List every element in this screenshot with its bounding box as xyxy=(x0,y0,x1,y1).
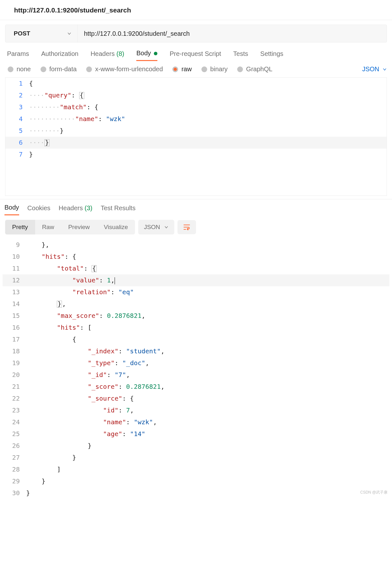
line-number: 22 xyxy=(3,393,26,404)
view-mode-segment: Pretty Raw Preview Visualize xyxy=(5,220,135,234)
line-number: 18 xyxy=(3,345,26,357)
view-pretty[interactable]: Pretty xyxy=(5,220,35,234)
response-tabs: Body Cookies Headers (3) Test Results xyxy=(0,199,392,215)
watermark: CSDN @武子康 xyxy=(360,487,388,498)
body-formdata[interactable]: form-data xyxy=(41,65,77,73)
line-number: 29 xyxy=(3,475,26,487)
chevron-down-icon xyxy=(164,225,169,229)
body-none[interactable]: none xyxy=(8,65,31,73)
radio-icon xyxy=(201,66,207,72)
resp-tab-body[interactable]: Body xyxy=(4,204,19,215)
body-xwww[interactable]: x-www-form-urlencoded xyxy=(86,65,163,73)
text-cursor xyxy=(115,277,115,284)
url-input[interactable]: http://127.0.0.1:9200/student/_search xyxy=(78,25,387,42)
line-number: 15 xyxy=(3,310,26,322)
resp-tab-headers[interactable]: Headers (3) xyxy=(59,204,93,215)
chevron-down-icon xyxy=(382,67,387,72)
response-body-viewer[interactable]: 9 }, 10 "hits": { 11 "total": { 12 "valu… xyxy=(3,239,389,499)
radio-icon xyxy=(86,66,92,72)
line-number: 3 xyxy=(5,101,29,113)
line-number: 19 xyxy=(3,357,26,369)
view-preview[interactable]: Preview xyxy=(61,220,97,234)
line-number: 7 xyxy=(5,149,29,160)
line-number: 16 xyxy=(3,322,26,334)
line-number: 21 xyxy=(3,381,26,393)
wrap-lines-button[interactable] xyxy=(177,220,196,234)
view-visualize[interactable]: Visualize xyxy=(97,220,135,234)
line-number: 23 xyxy=(3,404,26,416)
line-number: 14 xyxy=(3,298,26,310)
tab-authorization[interactable]: Authorization xyxy=(41,50,79,61)
resp-tab-testresults[interactable]: Test Results xyxy=(101,204,135,215)
radio-icon-selected xyxy=(172,66,178,72)
resp-headers-count: (3) xyxy=(85,204,92,211)
body-graphql[interactable]: GraphQL xyxy=(237,65,272,73)
request-bar: POST http://127.0.0.1:9200/student/_sear… xyxy=(5,25,387,42)
line-number: 9 xyxy=(3,239,26,251)
tab-tests[interactable]: Tests xyxy=(233,50,248,61)
line-number: 12 xyxy=(3,274,26,286)
response-view-bar: Pretty Raw Preview Visualize JSON xyxy=(0,215,392,239)
http-method-label: POST xyxy=(14,30,30,37)
radio-icon xyxy=(8,66,13,72)
raw-language-dropdown[interactable]: JSON xyxy=(362,65,387,73)
tab-params[interactable]: Params xyxy=(7,50,29,61)
line-number: 20 xyxy=(3,369,26,381)
tab-settings[interactable]: Settings xyxy=(260,50,283,61)
body-raw[interactable]: raw xyxy=(172,65,192,73)
view-raw[interactable]: Raw xyxy=(35,220,61,234)
line-number: 11 xyxy=(3,263,26,274)
line-number: 4 xyxy=(5,113,29,125)
wrap-icon xyxy=(183,224,190,230)
request-tabs: Params Authorization Headers (8) Body Pr… xyxy=(0,42,392,61)
chevron-down-icon xyxy=(67,31,72,36)
request-body-editor[interactable]: 1{ 2····"query": { 3········"match": { 4… xyxy=(5,77,387,196)
line-number: 5 xyxy=(5,125,29,137)
line-number: 13 xyxy=(3,286,26,298)
line-number: 27 xyxy=(3,452,26,464)
response-format-dropdown[interactable]: JSON xyxy=(138,220,174,234)
resp-tab-cookies[interactable]: Cookies xyxy=(27,204,50,215)
radio-icon xyxy=(41,66,46,72)
body-binary[interactable]: binary xyxy=(201,65,228,73)
line-number: 25 xyxy=(3,428,26,440)
request-title: http://127.0.0.1:9200/student/_search xyxy=(0,0,392,20)
tab-body[interactable]: Body xyxy=(136,50,157,61)
line-number: 26 xyxy=(3,440,26,452)
body-modified-dot xyxy=(154,52,157,55)
line-number: 17 xyxy=(3,334,26,345)
body-type-row: none form-data x-www-form-urlencoded raw… xyxy=(0,61,392,77)
divider xyxy=(0,20,392,20)
tab-prerequest[interactable]: Pre-request Script xyxy=(170,50,221,61)
line-number: 10 xyxy=(3,251,26,263)
line-number: 30 xyxy=(3,487,26,499)
line-number: 1 xyxy=(5,78,29,89)
line-number: 2 xyxy=(5,89,29,101)
line-number: 28 xyxy=(3,464,26,475)
radio-icon xyxy=(237,66,243,72)
line-number: 24 xyxy=(3,416,26,428)
http-method-dropdown[interactable]: POST xyxy=(5,25,78,42)
line-number: 6 xyxy=(5,137,29,149)
headers-count: (8) xyxy=(117,50,124,57)
tab-headers[interactable]: Headers (8) xyxy=(91,50,124,61)
